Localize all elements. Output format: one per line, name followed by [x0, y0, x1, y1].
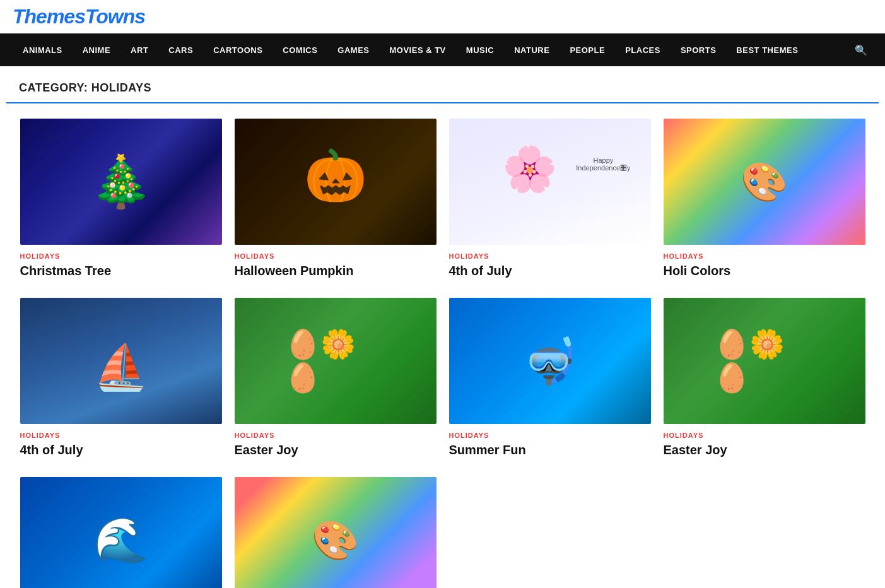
card-title-halloween-pumpkin: Halloween Pumpkin	[235, 262, 437, 279]
card-easter-joy-2[interactable]: HOLIDAYSEaster Joy	[664, 298, 865, 458]
card-easter-joy-1[interactable]: HOLIDAYSEaster Joy	[235, 298, 437, 458]
card-image-underwater	[20, 477, 222, 588]
card-category-easter-joy-1: HOLIDAYS	[235, 432, 437, 439]
card-image-4th-of-july-2	[20, 298, 222, 424]
logo-area: ThemesTowns	[0, 0, 885, 33]
site-logo[interactable]: ThemesTowns	[13, 5, 145, 28]
nav-item-best-themes[interactable]: BEST THEMES	[726, 33, 808, 66]
card-category-halloween-pumpkin: HOLIDAYS	[235, 252, 437, 260]
card-title-summer-fun: Summer Fun	[449, 442, 651, 458]
nav-items: ANIMALSANIMEARTCARSCARTOONSCOMICSGAMESMO…	[13, 33, 850, 66]
nav-item-animals[interactable]: ANIMALS	[13, 33, 73, 66]
card-image-summer-fun	[449, 298, 651, 424]
nav-item-cartoons[interactable]: CARTOONS	[203, 33, 273, 66]
card-title-4th-of-july-1: 4th of July	[449, 262, 651, 279]
card-category-4th-of-july-2: HOLIDAYS	[20, 432, 222, 439]
card-category-christmas-tree: HOLIDAYS	[20, 252, 222, 260]
card-4th-of-july-1[interactable]: HOLIDAYS4th of July	[449, 119, 651, 279]
nav-item-people[interactable]: PEOPLE	[560, 33, 615, 66]
card-image-4th-of-july-1	[449, 119, 651, 245]
card-halloween-pumpkin[interactable]: HOLIDAYSHalloween Pumpkin	[235, 119, 437, 279]
card-colorful[interactable]: HOLIDAYSHoli Colors	[235, 477, 437, 588]
nav-item-places[interactable]: PLACES	[615, 33, 671, 66]
search-icon[interactable]: 🔍	[850, 44, 872, 56]
nav-item-nature[interactable]: NATURE	[504, 33, 560, 66]
page-title: CATEGORY: HOLIDAYS	[19, 81, 866, 95]
nav-item-art[interactable]: ART	[120, 33, 158, 66]
card-category-easter-joy-2: HOLIDAYS	[664, 432, 865, 439]
card-category-4th-of-july-1: HOLIDAYS	[449, 252, 651, 260]
card-christmas-tree[interactable]: HOLIDAYSChristmas Tree	[20, 119, 222, 279]
nav-item-games[interactable]: GAMES	[327, 33, 379, 66]
card-image-holi-colors	[664, 119, 865, 245]
card-underwater[interactable]: HOLIDAYSSummer Fun	[20, 477, 222, 588]
nav-item-anime[interactable]: ANIME	[73, 33, 120, 66]
card-title-easter-joy-2: Easter Joy	[664, 442, 865, 458]
card-image-christmas-tree	[20, 119, 222, 245]
card-title-holi-colors: Holi Colors	[664, 262, 865, 279]
nav-item-cars[interactable]: CARS	[158, 33, 203, 66]
card-image-colorful	[235, 477, 437, 588]
card-category-holi-colors: HOLIDAYS	[664, 252, 865, 260]
card-title-4th-of-july-2: 4th of July	[20, 442, 222, 458]
card-category-summer-fun: HOLIDAYS	[449, 432, 651, 439]
cards-grid: HOLIDAYSChristmas TreeHOLIDAYSHalloween …	[8, 119, 878, 588]
card-4th-of-july-2[interactable]: HOLIDAYS4th of July	[20, 298, 222, 458]
card-image-easter-joy-1	[235, 298, 437, 424]
card-image-easter-joy-2	[664, 298, 865, 424]
nav-item-music[interactable]: MUSIC	[456, 33, 504, 66]
card-image-halloween-pumpkin	[235, 119, 437, 245]
main-nav: ANIMALSANIMEARTCARSCARTOONSCOMICSGAMESMO…	[0, 33, 885, 66]
page-header: CATEGORY: HOLIDAYS	[6, 66, 879, 103]
nav-item-comics[interactable]: COMICS	[273, 33, 327, 66]
nav-item-movies-tv[interactable]: MOVIES & TV	[380, 33, 456, 66]
nav-item-sports[interactable]: SPORTS	[671, 33, 726, 66]
card-summer-fun[interactable]: HOLIDAYSSummer Fun	[449, 298, 651, 458]
card-title-christmas-tree: Christmas Tree	[20, 262, 222, 279]
card-holi-colors[interactable]: HOLIDAYSHoli Colors	[664, 119, 865, 279]
card-title-easter-joy-1: Easter Joy	[235, 442, 437, 458]
